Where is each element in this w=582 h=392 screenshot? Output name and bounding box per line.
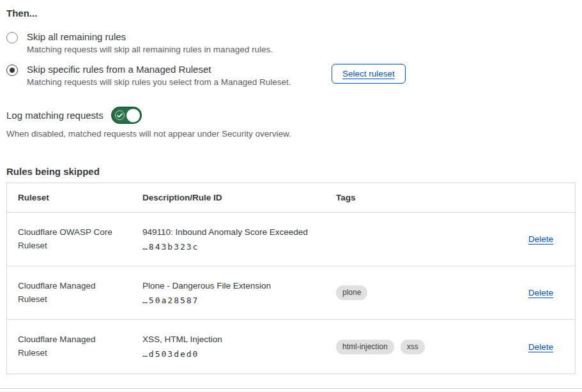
waf-rule-action-page: Then... Skip all remaining rules Matchin… — [0, 0, 582, 392]
select-ruleset-button-label: Select ruleset — [342, 69, 395, 79]
rule-description: XSS, HTML Injection — [142, 335, 325, 344]
column-header-tags: Tags — [325, 193, 504, 202]
rule-description: Plone - Dangerous File Extension — [142, 281, 325, 290]
column-header-ruleset: Ruleset — [7, 193, 132, 202]
table-row: Cloudflare Managed Ruleset Plone - Dange… — [7, 266, 575, 320]
log-matching-requests-row: Log matching requests — [6, 107, 576, 124]
ruleset-name: Cloudflare Managed Ruleset — [7, 333, 132, 360]
rules-being-skipped-heading: Rules being skipped — [6, 166, 576, 177]
radio-skip-all-rules[interactable] — [6, 32, 18, 43]
option-skip-all-rules: Skip all remaining rules Matching reques… — [6, 31, 576, 54]
ruleset-name: Cloudflare Managed Ruleset — [7, 280, 132, 306]
rule-description: 949110: Inbound Anomaly Score Exceeded — [142, 227, 325, 237]
tag-badge: html-injection — [336, 340, 394, 354]
table-row: Cloudflare Managed Ruleset XSS, HTML Inj… — [7, 320, 575, 373]
tags-cell: html-injection xss — [325, 340, 504, 354]
tags-cell: plone — [325, 285, 504, 300]
rule-id: …d503ded0 — [142, 349, 325, 359]
log-matching-requests-toggle[interactable] — [111, 107, 142, 124]
log-matching-requests-description: When disabled, matched requests will not… — [6, 129, 576, 139]
then-heading: Then... — [6, 8, 576, 19]
check-icon — [115, 110, 125, 120]
option-skip-specific-rules: Skip specific rules from a Managed Rules… — [6, 64, 576, 87]
ruleset-name: Cloudflare OWASP Core Ruleset — [7, 226, 132, 253]
option-description: Matching requests will skip all remainin… — [27, 45, 273, 54]
rule-id: …843b323c — [142, 242, 325, 252]
table-row: Cloudflare OWASP Core Ruleset 949110: In… — [7, 213, 575, 266]
select-ruleset-button[interactable]: Select ruleset — [332, 64, 406, 84]
option-description: Matching requests will skip rules you se… — [27, 77, 291, 87]
delete-link[interactable]: Delete — [528, 234, 553, 244]
section-divider — [0, 388, 582, 389]
rule-id: …50a28587 — [142, 296, 325, 305]
tag-badge: xss — [401, 340, 425, 354]
tag-badge: plone — [336, 285, 367, 300]
table-header-row: Ruleset Description/Rule ID Tags — [7, 183, 575, 213]
rules-being-skipped-table: Ruleset Description/Rule ID Tags Cloudfl… — [6, 183, 576, 374]
option-label[interactable]: Skip all remaining rules — [27, 31, 273, 42]
toggle-knob — [126, 109, 140, 122]
delete-link[interactable]: Delete — [528, 342, 553, 352]
column-header-description-rule-id: Description/Rule ID — [132, 193, 325, 202]
delete-link[interactable]: Delete — [528, 288, 553, 298]
option-label[interactable]: Skip specific rules from a Managed Rules… — [27, 64, 291, 75]
log-matching-requests-label: Log matching requests — [6, 110, 103, 121]
radio-skip-specific-rules[interactable] — [6, 64, 18, 76]
